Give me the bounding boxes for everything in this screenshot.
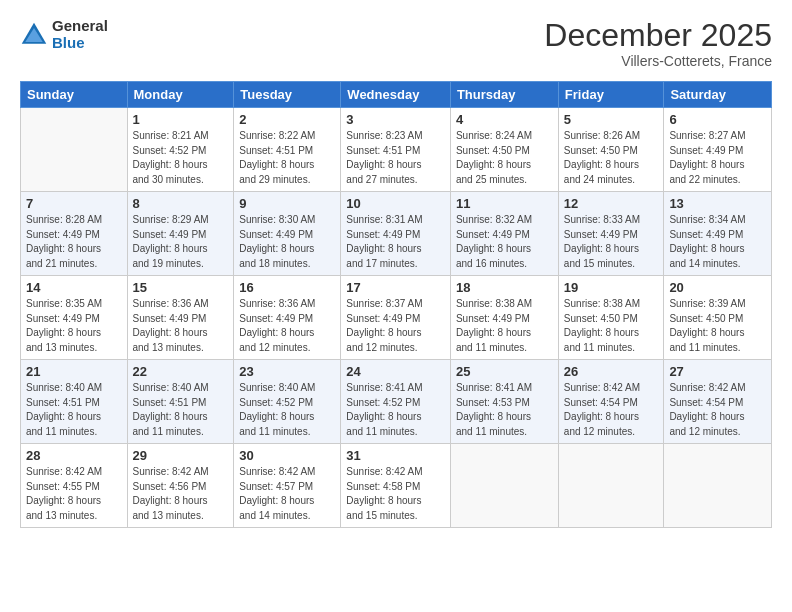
- day-info: Sunrise: 8:40 AMSunset: 4:51 PMDaylight:…: [133, 381, 229, 439]
- day-number: 9: [239, 196, 335, 211]
- col-tuesday: Tuesday: [234, 82, 341, 108]
- day-info: Sunrise: 8:31 AMSunset: 4:49 PMDaylight:…: [346, 213, 445, 271]
- calendar-header-row: Sunday Monday Tuesday Wednesday Thursday…: [21, 82, 772, 108]
- col-friday: Friday: [558, 82, 664, 108]
- day-number: 6: [669, 112, 766, 127]
- col-sunday: Sunday: [21, 82, 128, 108]
- day-info: Sunrise: 8:41 AMSunset: 4:52 PMDaylight:…: [346, 381, 445, 439]
- day-number: 13: [669, 196, 766, 211]
- day-number: 22: [133, 364, 229, 379]
- header: General Blue December 2025 Villers-Cotte…: [20, 18, 772, 69]
- day-info: Sunrise: 8:39 AMSunset: 4:50 PMDaylight:…: [669, 297, 766, 355]
- day-info: Sunrise: 8:42 AMSunset: 4:58 PMDaylight:…: [346, 465, 445, 523]
- day-number: 7: [26, 196, 122, 211]
- day-number: 27: [669, 364, 766, 379]
- calendar-cell: 4Sunrise: 8:24 AMSunset: 4:50 PMDaylight…: [450, 108, 558, 192]
- calendar-cell: 26Sunrise: 8:42 AMSunset: 4:54 PMDayligh…: [558, 360, 664, 444]
- day-info: Sunrise: 8:22 AMSunset: 4:51 PMDaylight:…: [239, 129, 335, 187]
- day-info: Sunrise: 8:42 AMSunset: 4:55 PMDaylight:…: [26, 465, 122, 523]
- calendar-cell: 17Sunrise: 8:37 AMSunset: 4:49 PMDayligh…: [341, 276, 451, 360]
- logo-general-text: General: [52, 18, 108, 35]
- calendar-cell: 10Sunrise: 8:31 AMSunset: 4:49 PMDayligh…: [341, 192, 451, 276]
- day-info: Sunrise: 8:36 AMSunset: 4:49 PMDaylight:…: [239, 297, 335, 355]
- day-info: Sunrise: 8:30 AMSunset: 4:49 PMDaylight:…: [239, 213, 335, 271]
- day-info: Sunrise: 8:21 AMSunset: 4:52 PMDaylight:…: [133, 129, 229, 187]
- logo-blue-text: Blue: [52, 35, 108, 52]
- day-info: Sunrise: 8:37 AMSunset: 4:49 PMDaylight:…: [346, 297, 445, 355]
- day-number: 19: [564, 280, 659, 295]
- day-info: Sunrise: 8:33 AMSunset: 4:49 PMDaylight:…: [564, 213, 659, 271]
- calendar-cell: 24Sunrise: 8:41 AMSunset: 4:52 PMDayligh…: [341, 360, 451, 444]
- day-info: Sunrise: 8:38 AMSunset: 4:49 PMDaylight:…: [456, 297, 553, 355]
- day-number: 12: [564, 196, 659, 211]
- day-number: 25: [456, 364, 553, 379]
- day-info: Sunrise: 8:41 AMSunset: 4:53 PMDaylight:…: [456, 381, 553, 439]
- day-number: 29: [133, 448, 229, 463]
- calendar-cell: 14Sunrise: 8:35 AMSunset: 4:49 PMDayligh…: [21, 276, 128, 360]
- calendar-cell: 11Sunrise: 8:32 AMSunset: 4:49 PMDayligh…: [450, 192, 558, 276]
- calendar-cell: 6Sunrise: 8:27 AMSunset: 4:49 PMDaylight…: [664, 108, 772, 192]
- calendar-week-row-2: 7Sunrise: 8:28 AMSunset: 4:49 PMDaylight…: [21, 192, 772, 276]
- day-info: Sunrise: 8:42 AMSunset: 4:54 PMDaylight:…: [564, 381, 659, 439]
- calendar-cell: 29Sunrise: 8:42 AMSunset: 4:56 PMDayligh…: [127, 444, 234, 528]
- calendar-cell: 27Sunrise: 8:42 AMSunset: 4:54 PMDayligh…: [664, 360, 772, 444]
- calendar-cell: 23Sunrise: 8:40 AMSunset: 4:52 PMDayligh…: [234, 360, 341, 444]
- day-number: 2: [239, 112, 335, 127]
- day-info: Sunrise: 8:42 AMSunset: 4:54 PMDaylight:…: [669, 381, 766, 439]
- day-number: 16: [239, 280, 335, 295]
- day-info: Sunrise: 8:40 AMSunset: 4:51 PMDaylight:…: [26, 381, 122, 439]
- calendar-cell: 15Sunrise: 8:36 AMSunset: 4:49 PMDayligh…: [127, 276, 234, 360]
- day-number: 15: [133, 280, 229, 295]
- calendar-cell: 1Sunrise: 8:21 AMSunset: 4:52 PMDaylight…: [127, 108, 234, 192]
- day-info: Sunrise: 8:23 AMSunset: 4:51 PMDaylight:…: [346, 129, 445, 187]
- calendar-cell: 13Sunrise: 8:34 AMSunset: 4:49 PMDayligh…: [664, 192, 772, 276]
- day-number: 20: [669, 280, 766, 295]
- location-subtitle: Villers-Cotterets, France: [544, 53, 772, 69]
- calendar-cell: 12Sunrise: 8:33 AMSunset: 4:49 PMDayligh…: [558, 192, 664, 276]
- day-number: 17: [346, 280, 445, 295]
- day-info: Sunrise: 8:27 AMSunset: 4:49 PMDaylight:…: [669, 129, 766, 187]
- calendar-cell: 8Sunrise: 8:29 AMSunset: 4:49 PMDaylight…: [127, 192, 234, 276]
- calendar-cell: 21Sunrise: 8:40 AMSunset: 4:51 PMDayligh…: [21, 360, 128, 444]
- day-info: Sunrise: 8:42 AMSunset: 4:57 PMDaylight:…: [239, 465, 335, 523]
- calendar-week-row-3: 14Sunrise: 8:35 AMSunset: 4:49 PMDayligh…: [21, 276, 772, 360]
- day-number: 4: [456, 112, 553, 127]
- day-info: Sunrise: 8:28 AMSunset: 4:49 PMDaylight:…: [26, 213, 122, 271]
- calendar-cell: [450, 444, 558, 528]
- logo-text: General Blue: [52, 18, 108, 51]
- day-info: Sunrise: 8:32 AMSunset: 4:49 PMDaylight:…: [456, 213, 553, 271]
- day-info: Sunrise: 8:34 AMSunset: 4:49 PMDaylight:…: [669, 213, 766, 271]
- day-number: 30: [239, 448, 335, 463]
- day-number: 26: [564, 364, 659, 379]
- col-saturday: Saturday: [664, 82, 772, 108]
- day-number: 11: [456, 196, 553, 211]
- calendar-cell: 22Sunrise: 8:40 AMSunset: 4:51 PMDayligh…: [127, 360, 234, 444]
- day-number: 21: [26, 364, 122, 379]
- day-number: 18: [456, 280, 553, 295]
- col-monday: Monday: [127, 82, 234, 108]
- day-info: Sunrise: 8:36 AMSunset: 4:49 PMDaylight:…: [133, 297, 229, 355]
- col-thursday: Thursday: [450, 82, 558, 108]
- day-number: 3: [346, 112, 445, 127]
- calendar-cell: 16Sunrise: 8:36 AMSunset: 4:49 PMDayligh…: [234, 276, 341, 360]
- calendar-cell: [558, 444, 664, 528]
- month-title: December 2025: [544, 18, 772, 53]
- logo-icon: [20, 21, 48, 49]
- calendar-cell: 31Sunrise: 8:42 AMSunset: 4:58 PMDayligh…: [341, 444, 451, 528]
- calendar-week-row-5: 28Sunrise: 8:42 AMSunset: 4:55 PMDayligh…: [21, 444, 772, 528]
- calendar-cell: [664, 444, 772, 528]
- calendar-cell: 5Sunrise: 8:26 AMSunset: 4:50 PMDaylight…: [558, 108, 664, 192]
- calendar-cell: [21, 108, 128, 192]
- day-number: 24: [346, 364, 445, 379]
- day-number: 31: [346, 448, 445, 463]
- day-number: 14: [26, 280, 122, 295]
- day-info: Sunrise: 8:40 AMSunset: 4:52 PMDaylight:…: [239, 381, 335, 439]
- calendar-cell: 18Sunrise: 8:38 AMSunset: 4:49 PMDayligh…: [450, 276, 558, 360]
- calendar-cell: 7Sunrise: 8:28 AMSunset: 4:49 PMDaylight…: [21, 192, 128, 276]
- calendar-cell: 2Sunrise: 8:22 AMSunset: 4:51 PMDaylight…: [234, 108, 341, 192]
- day-info: Sunrise: 8:35 AMSunset: 4:49 PMDaylight:…: [26, 297, 122, 355]
- calendar-cell: 19Sunrise: 8:38 AMSunset: 4:50 PMDayligh…: [558, 276, 664, 360]
- calendar-cell: 25Sunrise: 8:41 AMSunset: 4:53 PMDayligh…: [450, 360, 558, 444]
- calendar-cell: 3Sunrise: 8:23 AMSunset: 4:51 PMDaylight…: [341, 108, 451, 192]
- calendar-cell: 20Sunrise: 8:39 AMSunset: 4:50 PMDayligh…: [664, 276, 772, 360]
